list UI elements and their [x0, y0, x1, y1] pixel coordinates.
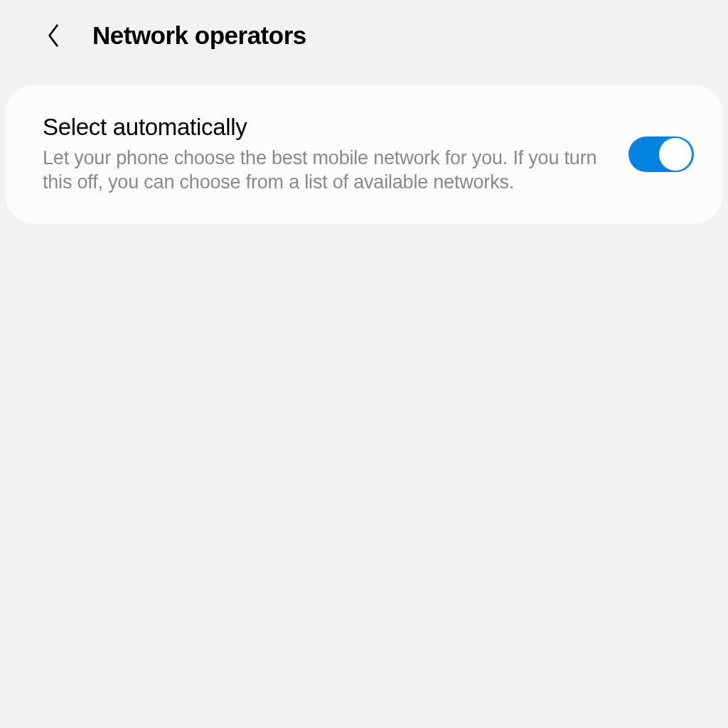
- toggle-knob: [658, 137, 692, 171]
- setting-title: Select automatically: [43, 114, 600, 141]
- toggle-select-auto[interactable]: [628, 136, 694, 172]
- setting-text: Select automatically Let your phone choo…: [43, 114, 600, 195]
- setting-card-select-auto: Select automatically Let your phone choo…: [6, 85, 722, 223]
- page-title: Network operators: [92, 21, 306, 50]
- header: Network operators: [0, 0, 728, 71]
- back-icon[interactable]: [43, 25, 64, 46]
- setting-description: Let your phone choose the best mobile ne…: [43, 146, 600, 195]
